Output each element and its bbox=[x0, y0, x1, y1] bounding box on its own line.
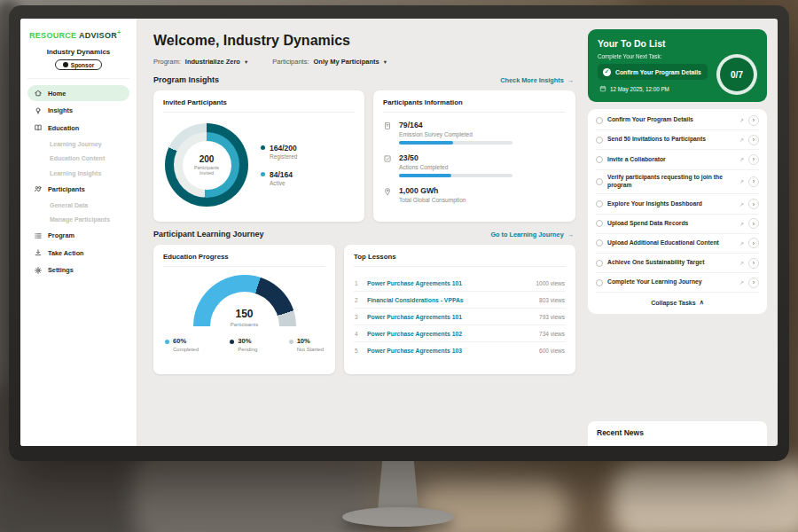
lesson-link[interactable]: Power Purchase Agreements 103 bbox=[367, 348, 532, 354]
sponsor-icon bbox=[63, 62, 68, 67]
arrow-right-icon: → bbox=[567, 231, 574, 239]
participants-information-card: Participants Information 79/164 Emission… bbox=[373, 90, 575, 222]
legend-value: 84/164 bbox=[270, 170, 293, 179]
filters-row: Program: Industrialize Zero ▾ Participan… bbox=[153, 58, 575, 66]
stat-actions-completed: 23/50 Actions Completed bbox=[383, 153, 566, 177]
chevron-right-icon[interactable]: › bbox=[748, 176, 759, 187]
program-dropdown[interactable]: Program: Industrialize Zero ▾ bbox=[153, 58, 247, 66]
task-row[interactable]: Invite a Collaborator ↗ › bbox=[596, 150, 759, 169]
task-label: Verify participants requesting to join t… bbox=[607, 174, 735, 190]
chevron-right-icon[interactable]: › bbox=[748, 115, 759, 126]
program-label: Program: bbox=[153, 58, 181, 66]
task-checkbox[interactable] bbox=[596, 279, 603, 286]
stat-emission-survey: 79/164 Emission Survey Completed bbox=[383, 121, 566, 145]
card-title: Education Progress bbox=[163, 253, 325, 267]
education-gauge-chart: 150 Participants bbox=[193, 275, 296, 326]
chevron-right-icon[interactable]: › bbox=[748, 199, 759, 209]
main-content: Welcome, Industry Dynamics Program: Indu… bbox=[137, 19, 586, 446]
sidebar-item-take-action[interactable]: Take Action bbox=[27, 245, 129, 261]
app-logo: RESOURCE ADVISOR+ bbox=[27, 27, 129, 48]
sidebar-item-program[interactable]: Program bbox=[27, 228, 129, 244]
lesson-rank: 5 bbox=[355, 348, 360, 354]
task-row[interactable]: Confirm Your Program Details ↗ › bbox=[596, 111, 759, 130]
lesson-link[interactable]: Power Purchase Agreements 102 bbox=[367, 331, 532, 337]
chevron-right-icon[interactable]: › bbox=[748, 278, 759, 288]
sidebar-item-label: General Data bbox=[50, 202, 88, 208]
sidebar-item-education[interactable]: Education bbox=[27, 120, 129, 136]
external-link-icon: ↗ bbox=[739, 137, 744, 143]
check-more-insights-link[interactable]: Check More Insights → bbox=[500, 76, 574, 84]
legend-value: 60% bbox=[173, 337, 186, 345]
invited-donut-chart: 200 Participants Invited bbox=[165, 123, 248, 207]
chevron-right-icon[interactable]: › bbox=[748, 135, 759, 145]
collapse-tasks-button[interactable]: Collapse Tasks ∧ bbox=[596, 293, 759, 311]
sidebar-item-insights[interactable]: Insights bbox=[27, 103, 129, 119]
next-task-label: Confirm Your Program Details bbox=[615, 69, 701, 75]
todo-panel: Your To Do List Complete Your Next Task:… bbox=[586, 19, 778, 446]
sidebar-item-label: Learning Journey bbox=[50, 141, 102, 147]
lesson-link[interactable]: Power Purchase Agreements 101 bbox=[367, 280, 528, 286]
recent-news-header[interactable]: Recent News bbox=[588, 421, 767, 446]
legend-item: 30% Pending bbox=[230, 337, 257, 352]
sidebar-item-label: Program bbox=[48, 231, 74, 239]
lesson-link[interactable]: Power Purchase Agreements 101 bbox=[367, 314, 532, 320]
sidebar-item-education-content[interactable]: Education Content bbox=[27, 152, 129, 165]
logo-resource: RESOURCE bbox=[29, 31, 76, 40]
participants-dropdown[interactable]: Participants: Only My Participants ▾ bbox=[272, 58, 387, 66]
gear-icon bbox=[34, 266, 43, 275]
sidebar-item-participants[interactable]: Participants bbox=[27, 181, 129, 197]
logo-plus: + bbox=[117, 29, 121, 35]
sidebar-item-learning-journey[interactable]: Learning Journey bbox=[27, 137, 129, 151]
legend-label: Completed bbox=[173, 347, 199, 352]
lesson-views: 803 views bbox=[539, 297, 565, 303]
chevron-right-icon[interactable]: › bbox=[748, 258, 759, 269]
card-title: Invited Participants bbox=[163, 98, 355, 113]
todo-progress-ring: 0/7 bbox=[716, 54, 757, 95]
legend-item: 60% Completed bbox=[165, 337, 199, 352]
legend-value: 30% bbox=[238, 337, 251, 345]
sidebar-item-general-data[interactable]: General Data bbox=[27, 199, 129, 212]
task-row[interactable]: Verify participants requesting to join t… bbox=[596, 170, 759, 195]
program-value: Industrialize Zero bbox=[185, 58, 240, 66]
task-row[interactable]: Upload Additional Educational Content ↗ … bbox=[596, 234, 759, 254]
program-insights-cards: Invited Participants 200 Participants In… bbox=[153, 90, 575, 222]
task-checkbox[interactable] bbox=[596, 220, 603, 227]
go-to-learning-journey-link[interactable]: Go to Learning Journey → bbox=[490, 231, 574, 239]
task-checkbox[interactable] bbox=[596, 117, 603, 124]
task-row[interactable]: Achieve One Sustainability Target ↗ › bbox=[596, 254, 759, 273]
sidebar-item-home[interactable]: Home bbox=[27, 85, 129, 101]
progress-bar bbox=[399, 141, 512, 145]
lesson-views: 734 views bbox=[539, 331, 565, 337]
chevron-right-icon[interactable]: › bbox=[748, 238, 759, 248]
calendar-icon bbox=[599, 85, 606, 92]
section-title: Program Insights bbox=[153, 75, 219, 84]
task-row[interactable]: Upload Spend Data Records ↗ › bbox=[596, 215, 759, 234]
task-checkbox[interactable] bbox=[596, 260, 603, 267]
monitor-frame: RESOURCE ADVISOR+ Industry Dynamics Spon… bbox=[9, 5, 789, 461]
task-label: Upload Spend Data Records bbox=[607, 220, 735, 228]
list-icon bbox=[34, 231, 43, 240]
sidebar-item-manage-participants[interactable]: Manage Participants bbox=[27, 213, 129, 226]
sidebar-item-learning-insights[interactable]: Learning Insights bbox=[27, 167, 129, 180]
chevron-right-icon[interactable]: › bbox=[748, 218, 759, 229]
external-link-icon: ↗ bbox=[739, 156, 744, 162]
learning-journey-header: Participant Learning Journey Go to Learn… bbox=[153, 230, 574, 239]
lesson-row: 1 Power Purchase Agreements 101 1000 vie… bbox=[354, 275, 566, 292]
task-row[interactable]: Complete Your Learning Journey ↗ › bbox=[596, 273, 759, 293]
task-checkbox[interactable] bbox=[596, 178, 603, 185]
chevron-right-icon[interactable]: › bbox=[748, 154, 759, 165]
task-checkbox[interactable] bbox=[596, 137, 603, 144]
sidebar-item-settings[interactable]: Settings bbox=[27, 262, 129, 278]
task-row[interactable]: Explore Your Insights Dashboard ↗ › bbox=[596, 194, 759, 214]
desk-highlight bbox=[612, 461, 798, 532]
task-checkbox[interactable] bbox=[596, 200, 603, 207]
next-task-row[interactable]: ✓ Confirm Your Program Details bbox=[598, 64, 708, 80]
lesson-link[interactable]: Financial Considerations - VPPAs bbox=[367, 297, 532, 303]
task-row[interactable]: Send 50 Invitations to Participants ↗ › bbox=[596, 130, 759, 150]
chevron-down-icon: ▾ bbox=[245, 59, 247, 66]
task-checkbox[interactable] bbox=[596, 156, 603, 163]
location-pin-icon bbox=[383, 187, 392, 196]
task-checkbox[interactable] bbox=[596, 239, 603, 246]
legend-value: 10% bbox=[297, 337, 310, 345]
external-link-icon: ↗ bbox=[739, 178, 744, 184]
